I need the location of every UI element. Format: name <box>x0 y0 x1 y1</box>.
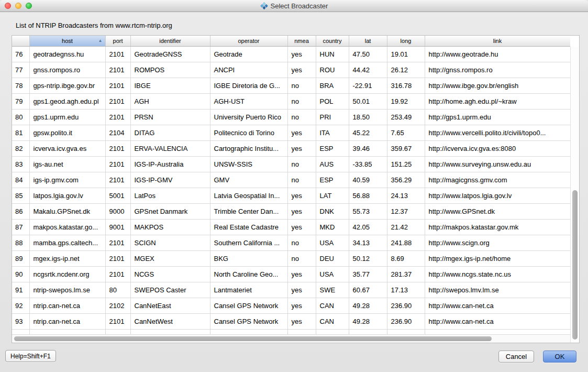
cell-port: 2101 <box>105 330 130 335</box>
cell-row: 92 <box>12 298 29 314</box>
cell-port: 2102 <box>105 298 130 314</box>
table-row[interactable]: 93ntrip.can-net.ca2101CanNetWestCansel G… <box>12 314 570 330</box>
title-area: Select Broadcaster <box>0 0 588 12</box>
column-header-long[interactable]: long <box>387 36 425 47</box>
cell-lat: 44.42 <box>349 62 387 78</box>
cell-country: HUN <box>316 47 349 62</box>
cell-row: 78 <box>12 78 29 94</box>
cell-long: 12.37 <box>387 204 425 220</box>
column-header-country[interactable]: country <box>316 36 349 47</box>
table-row[interactable]: 79gps1.geod.agh.edu.pl2101AGHAGH-USTnoPO… <box>12 94 570 110</box>
cell-operator: AGH-UST <box>210 94 287 110</box>
vertical-scrollbar-thumb[interactable] <box>572 190 578 340</box>
cell-country: USA <box>316 267 349 282</box>
cell-link: http://www.scign.org <box>425 235 570 251</box>
cell-operator: Real Estate Cadastre <box>210 220 287 235</box>
cell-lat: -33.85 <box>349 157 387 172</box>
table-row[interactable]: 91ntrip-swepos.lm.se80SWEPOS CasterLantm… <box>12 282 570 298</box>
cell-row: 88 <box>12 235 29 251</box>
cell-host: mamba.gps.caltech... <box>29 235 105 251</box>
table-row[interactable]: 78gps-ntrip.ibge.gov.br2101IBGEIGBE Dire… <box>12 78 570 94</box>
cell-operator: Geotrade <box>210 47 287 62</box>
table-row[interactable]: 92ntrip.can-net.ca2102CanNetEastCansel G… <box>12 298 570 314</box>
table-row[interactable]: 83igs-au.net2101IGS-IP-AustraliaUNSW-SSI… <box>12 157 570 172</box>
table-row[interactable]: 88mamba.gps.caltech...2101SCIGNSouthern … <box>12 235 570 251</box>
titlebar[interactable]: Select Broadcaster <box>0 0 588 12</box>
cell-country: CAN <box>316 298 349 314</box>
cell-link: http://www.ncgs.state.nc.us <box>425 267 570 282</box>
table-row[interactable]: 82icverva.icv.gva.es2101ERVA-VALENCIACar… <box>12 141 570 157</box>
cell-link: http://www.can-net.ca <box>425 314 570 330</box>
horizontal-scrollbar-thumb[interactable] <box>14 336 492 341</box>
table-row[interactable]: 76geotradegnss.hu2101GeotradeGNSSGeotrad… <box>12 47 570 62</box>
column-header-rownum[interactable] <box>12 36 29 47</box>
cell-row: 83 <box>12 157 29 172</box>
cell-row: 80 <box>12 110 29 125</box>
cell-operator: IGBE Diretoria de G... <box>210 78 287 94</box>
cancel-button[interactable]: Cancel <box>498 351 534 363</box>
cell-operator: Cansel GPS Network <box>210 314 287 330</box>
cell-long: 356.29 <box>387 172 425 188</box>
cell-identifier: SCIGN <box>130 235 210 251</box>
help-button[interactable]: Help=Shift+F1 <box>5 350 56 362</box>
table-row[interactable]: 86Makalu.GPSnet.dk9000GPSnet DanmarkTrim… <box>12 204 570 220</box>
table-body: 76geotradegnss.hu2101GeotradeGNSSGeotrad… <box>12 47 570 335</box>
vertical-scrollbar[interactable] <box>570 47 579 343</box>
cell-link: http://mgex.igs-ip.net/home <box>425 251 570 267</box>
cell-port: 2101 <box>105 251 130 267</box>
cell-host: ncgsrtk.ncdenr.org <box>29 267 105 282</box>
cell-nmea <box>287 330 316 335</box>
cell-country: ESP <box>316 141 349 157</box>
cell-operator: Latvia Geospatial In... <box>210 188 287 204</box>
column-header-operator[interactable]: operator <box>210 36 287 47</box>
cell-nmea: no <box>287 110 316 125</box>
table-row[interactable]: 94ntrip...2101RTI...Rebell Transportatio… <box>12 330 570 335</box>
cell-long: 253.49 <box>387 110 425 125</box>
column-header-link[interactable]: link <box>425 36 570 47</box>
cell-identifier: IGS-IP-Australia <box>130 157 210 172</box>
cell-identifier: DITAG <box>130 125 210 141</box>
table-row[interactable]: 85latpos.lgia.gov.lv5001LatPosLatvia Geo… <box>12 188 570 204</box>
column-header-identifier[interactable]: identifier <box>130 36 210 47</box>
table-row[interactable]: 87makpos.katastar.go...9001MAKPOSReal Es… <box>12 220 570 235</box>
cell-long: 26.12 <box>387 62 425 78</box>
cell-operator: Cartographic Institu... <box>210 141 287 157</box>
column-header-lat[interactable]: lat <box>349 36 387 47</box>
cell-port: 2101 <box>105 141 130 157</box>
cell-port: 2101 <box>105 110 130 125</box>
table-row[interactable]: 84igs-ip.gmv.com2101IGS-IP-GMVGMVnoESP40… <box>12 172 570 188</box>
cell-port: 2101 <box>105 62 130 78</box>
cell-identifier: GPSnet Danmark <box>130 204 210 220</box>
cell-nmea: yes <box>287 141 316 157</box>
table-row[interactable]: 80gps1.uprm.edu2101PRSNUniversity Puerto… <box>12 110 570 125</box>
cell-identifier: PRSN <box>130 110 210 125</box>
column-header-nmea[interactable]: nmea <box>287 36 316 47</box>
column-header-host[interactable]: host ▲ <box>29 36 105 47</box>
table-row[interactable]: 89mgex.igs-ip.net2101MGEXBKGnoDEU50.128.… <box>12 251 570 267</box>
column-header-port[interactable]: port <box>105 36 130 47</box>
cell-lat: 50.01 <box>349 94 387 110</box>
horizontal-scrollbar[interactable] <box>12 334 570 343</box>
cell-host: gps1.geod.agh.edu.pl <box>29 94 105 110</box>
cell-port: 5001 <box>105 188 130 204</box>
cell-identifier: RTI... <box>130 330 210 335</box>
table-row[interactable]: 90ncgsrtk.ncdenr.org2101NCGSNorth Caroli… <box>12 267 570 282</box>
broadcaster-table: host ▲ port identifier operator nmea cou… <box>12 35 580 343</box>
table-row[interactable]: 81gpsw.polito.it2104DITAGPolitecnico di … <box>12 125 570 141</box>
cell-long: 24.13 <box>387 188 425 204</box>
sort-ascending-icon: ▲ <box>98 39 103 43</box>
cell-identifier: IGS-IP-GMV <box>130 172 210 188</box>
cell-long: 8.69 <box>387 251 425 267</box>
cell-host: gpsw.polito.it <box>29 125 105 141</box>
app-icon <box>260 2 268 10</box>
cell-operator: GMV <box>210 172 287 188</box>
cell-long: 7.65 <box>387 125 425 141</box>
cell-host: ntrip.can-net.ca <box>29 314 105 330</box>
cell-host: ntrip-swepos.lm.se <box>29 282 105 298</box>
cell-country: ITA <box>316 125 349 141</box>
ok-button[interactable]: OK <box>543 351 576 363</box>
cell-lat: 45.22 <box>349 125 387 141</box>
table-row[interactable]: 77gnss.rompos.ro2101ROMPOSANCPIyesROU44.… <box>12 62 570 78</box>
cell-nmea: yes <box>287 62 316 78</box>
cell-country: LAT <box>316 188 349 204</box>
